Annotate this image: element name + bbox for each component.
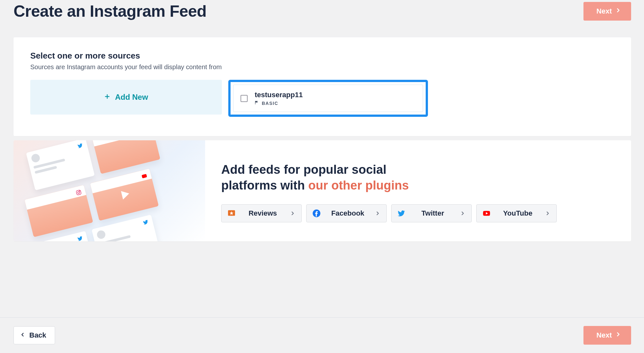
chevron-right-icon bbox=[615, 331, 621, 339]
promo-title: Add feeds for popular social platforms w… bbox=[221, 162, 414, 194]
plus-icon bbox=[104, 93, 110, 102]
sources-title: Select one or more sources bbox=[30, 51, 614, 61]
source-tier: BASIC bbox=[255, 100, 303, 106]
plugin-chip-label: Twitter bbox=[411, 209, 455, 218]
footer-bar: Back Next bbox=[0, 317, 644, 353]
plugin-chip-twitter[interactable]: Twitter bbox=[391, 204, 472, 222]
next-button-bottom-label: Next bbox=[596, 331, 612, 339]
source-item[interactable]: testuserapp11 BASIC bbox=[233, 85, 423, 112]
promo-illustration bbox=[14, 140, 205, 241]
plugin-chip-facebook[interactable]: Facebook bbox=[306, 204, 387, 222]
svg-marker-8 bbox=[121, 189, 130, 200]
chevron-right-icon bbox=[375, 210, 381, 216]
back-button-label: Back bbox=[29, 331, 46, 339]
flag-icon bbox=[255, 100, 259, 106]
twitter-icon bbox=[77, 235, 84, 241]
source-name: testuserapp11 bbox=[255, 91, 303, 99]
chevron-right-icon bbox=[545, 210, 551, 216]
promo-title-accent: our other plugins bbox=[308, 179, 409, 192]
sources-card: Select one or more sources Sources are I… bbox=[14, 37, 631, 136]
svg-point-7 bbox=[80, 190, 80, 191]
twitter-icon bbox=[397, 209, 406, 218]
plugins-promo-card: Add feeds for popular social platforms w… bbox=[14, 140, 631, 241]
svg-point-6 bbox=[78, 191, 80, 194]
reviews-icon bbox=[227, 209, 236, 218]
youtube-icon bbox=[482, 209, 491, 218]
source-item-highlight: testuserapp11 BASIC bbox=[228, 80, 428, 117]
plugin-chip-reviews[interactable]: Reviews bbox=[221, 204, 302, 222]
source-checkbox[interactable] bbox=[241, 95, 248, 102]
plugin-chip-label: Reviews bbox=[241, 209, 285, 218]
back-button[interactable]: Back bbox=[14, 326, 55, 344]
next-button-top[interactable]: Next bbox=[583, 2, 631, 21]
next-button-bottom[interactable]: Next bbox=[583, 326, 631, 345]
chevron-right-icon bbox=[290, 210, 296, 216]
chevron-right-icon bbox=[460, 210, 466, 216]
svg-rect-5 bbox=[76, 190, 81, 195]
next-button-top-label: Next bbox=[596, 7, 612, 15]
plugin-chip-label: Facebook bbox=[326, 209, 370, 218]
plugin-chip-youtube[interactable]: YouTube bbox=[476, 204, 557, 222]
sources-subtitle: Sources are Instagram accounts your feed… bbox=[30, 63, 614, 71]
facebook-icon bbox=[312, 209, 321, 218]
chevron-right-icon bbox=[615, 7, 621, 15]
twitter-icon bbox=[142, 219, 149, 226]
plugin-chip-label: YouTube bbox=[496, 209, 540, 218]
add-new-label: Add New bbox=[115, 93, 148, 102]
twitter-icon bbox=[77, 142, 84, 149]
chevron-left-icon bbox=[20, 331, 25, 339]
page-title: Create an Instagram Feed bbox=[14, 2, 206, 21]
add-new-source-button[interactable]: Add New bbox=[30, 80, 222, 115]
source-tier-label: BASIC bbox=[262, 101, 278, 106]
